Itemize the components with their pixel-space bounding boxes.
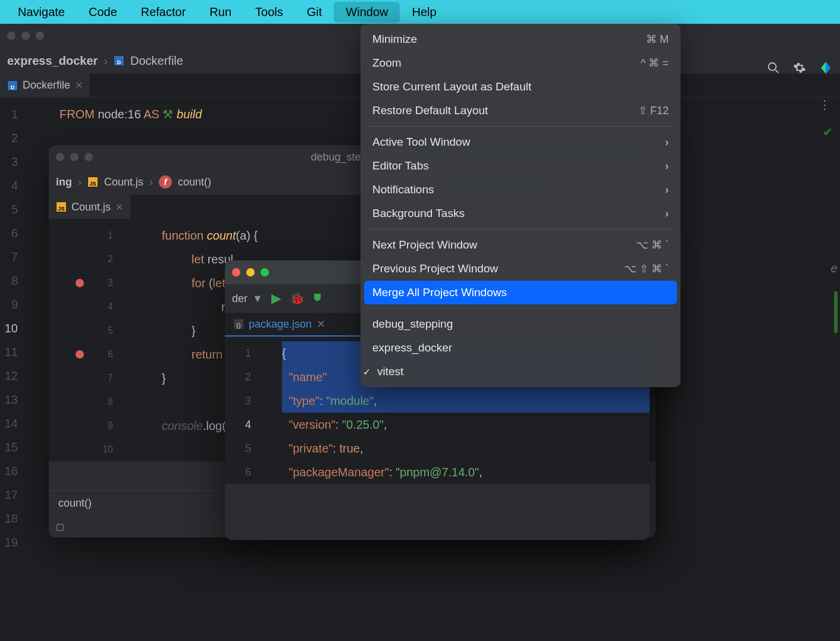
menu-item-store-current-layout-as-default[interactable]: Store Current Layout as Default — [361, 75, 681, 99]
menu-item-label: Merge All Project Windows — [372, 286, 507, 299]
menu-git[interactable]: Git — [295, 2, 334, 23]
menu-item-label: Zoom — [372, 56, 402, 70]
run-icon[interactable]: ▶ — [271, 291, 281, 306]
menu-item-label: Editor Tabs — [372, 159, 429, 172]
menu-item-debug-stepping[interactable]: debug_stepping — [361, 312, 681, 336]
line-gutter: 1 2 3 4 5 6 7 8 9 10 — [49, 219, 120, 461]
crumb-file[interactable]: Dockerfile — [130, 54, 183, 68]
docker-file-icon — [7, 80, 18, 91]
menu-item-label: Next Project Window — [372, 238, 477, 252]
tab-package-json[interactable]: package.json ✕ — [225, 313, 334, 335]
menu-item-next-project-window[interactable]: Next Project Window⌥ ⌘ ` — [361, 233, 681, 257]
shortcut-label: ⌥ ⇧ ⌘ ` — [624, 262, 669, 275]
menu-run[interactable]: Run — [198, 2, 243, 23]
menu-item-previous-project-window[interactable]: Previous Project Window⌥ ⇧ ⌘ ` — [361, 257, 681, 281]
json-file-icon — [233, 319, 244, 329]
chevron-right-icon: › — [665, 160, 669, 172]
menu-item-label: express_docker — [372, 341, 452, 354]
shortcut-label: ⇧ F12 — [638, 104, 669, 117]
breakpoint-icon[interactable] — [76, 279, 84, 287]
more-icon[interactable]: ⋮ — [819, 98, 830, 112]
traffic-lights[interactable] — [232, 268, 269, 276]
panel-toggle-icon[interactable]: ▢ — [56, 521, 64, 532]
line-gutter: 123456 — [225, 337, 258, 484]
svg-point-0 — [769, 63, 776, 71]
menu-window[interactable]: Window — [334, 2, 400, 23]
window-menu-popup: Minimize⌘ MZoom^ ⌘ =Store Current Layout… — [361, 24, 681, 387]
menu-item-express-docker[interactable]: express_docker — [361, 336, 681, 360]
menu-item-label: Store Current Layout as Default — [372, 80, 531, 93]
crumb-function[interactable]: count() — [178, 176, 211, 188]
traffic-lights[interactable] — [56, 153, 93, 161]
close-icon[interactable]: ✕ — [316, 318, 325, 331]
menu-item-vitest[interactable]: ✓vitest — [361, 360, 681, 384]
menu-item-label: vitest — [377, 365, 403, 378]
menu-item-restore-default-layout[interactable]: Restore Default Layout⇧ F12 — [361, 99, 681, 122]
menu-tools[interactable]: Tools — [243, 2, 295, 23]
menu-item-label: Notifications — [372, 183, 434, 196]
menu-item-label: debug_stepping — [372, 318, 453, 331]
shortcut-label: ⌥ ⌘ ` — [636, 238, 669, 252]
function-icon: f — [159, 175, 172, 188]
menu-item-label: Active Tool Window — [372, 136, 470, 149]
check-icon: ✓ — [363, 366, 371, 378]
menu-item-label: Background Tasks — [372, 207, 465, 220]
menubar: Navigate Code Refactor Run Tools Git Win… — [0, 0, 840, 24]
menu-item-zoom[interactable]: Zoom^ ⌘ = — [361, 51, 681, 75]
search-icon[interactable] — [765, 59, 782, 76]
tab-countjs[interactable]: Count.js ✕ — [49, 195, 131, 219]
gear-icon[interactable] — [791, 59, 808, 76]
menu-separator — [368, 308, 673, 309]
close-icon[interactable]: ✕ — [115, 202, 123, 213]
menu-item-label: Restore Default Layout — [372, 104, 488, 117]
close-icon[interactable]: ✕ — [75, 80, 83, 91]
docker-file-icon — [114, 55, 124, 66]
menu-help[interactable]: Help — [400, 2, 448, 23]
menu-item-merge-all-project-windows[interactable]: Merge All Project Windows — [364, 281, 677, 304]
menu-separator — [368, 229, 673, 230]
tab-label: Dockerfile — [23, 79, 70, 92]
traffic-lights[interactable] — [7, 32, 44, 40]
tab-label: package.json — [249, 318, 312, 331]
chevron-right-icon: › — [665, 208, 669, 220]
js-file-icon — [87, 177, 98, 187]
shortcut-label: ^ ⌘ = — [641, 56, 669, 70]
menu-item-label: Previous Project Window — [372, 262, 498, 275]
menu-refactor[interactable]: Refactor — [129, 2, 198, 23]
change-marker — [834, 291, 838, 333]
menu-item-minimize[interactable]: Minimize⌘ M — [361, 27, 681, 51]
shortcut-label: ⌘ M — [646, 33, 669, 46]
menu-item-editor-tabs[interactable]: Editor Tabs› — [361, 154, 681, 178]
menu-navigate[interactable]: Navigate — [6, 2, 77, 23]
chevron-right-icon: › — [665, 136, 669, 149]
menu-item-active-tool-window[interactable]: Active Tool Window› — [361, 130, 681, 154]
crumb-project[interactable]: ing — [56, 176, 72, 188]
menu-item-background-tasks[interactable]: Background Tasks› — [361, 202, 681, 225]
code-with-me-icon[interactable] — [817, 59, 834, 76]
checkmark-icon: ✔ — [823, 125, 833, 139]
inlay-hint: e copied — [830, 262, 840, 275]
tab-dockerfile[interactable]: Dockerfile ✕ — [0, 74, 90, 97]
debug-icon[interactable]: 🐞 — [290, 291, 305, 306]
chevron-down-icon: ▼ — [252, 293, 263, 305]
chevron-right-icon: › — [665, 184, 669, 196]
menu-item-label: Minimize — [372, 33, 417, 46]
chevron-right-icon: › — [104, 54, 108, 68]
line-gutter: 12345678910111213141516171819 — [0, 98, 24, 559]
breakpoint-icon[interactable] — [76, 350, 84, 359]
crumb-project[interactable]: express_docker — [7, 54, 98, 68]
run-config-selector[interactable]: der▼ — [232, 293, 263, 305]
js-file-icon — [56, 202, 67, 212]
tab-label: Count.js — [71, 201, 111, 213]
hammer-icon: ⚒ — [162, 108, 173, 121]
menu-item-notifications[interactable]: Notifications› — [361, 178, 681, 202]
menu-code[interactable]: Code — [77, 2, 129, 23]
toolbar-right — [765, 59, 834, 76]
coverage-icon[interactable]: ⛊ — [313, 293, 322, 304]
crumb-file[interactable]: Count.js — [104, 176, 143, 188]
menu-separator — [368, 126, 673, 127]
